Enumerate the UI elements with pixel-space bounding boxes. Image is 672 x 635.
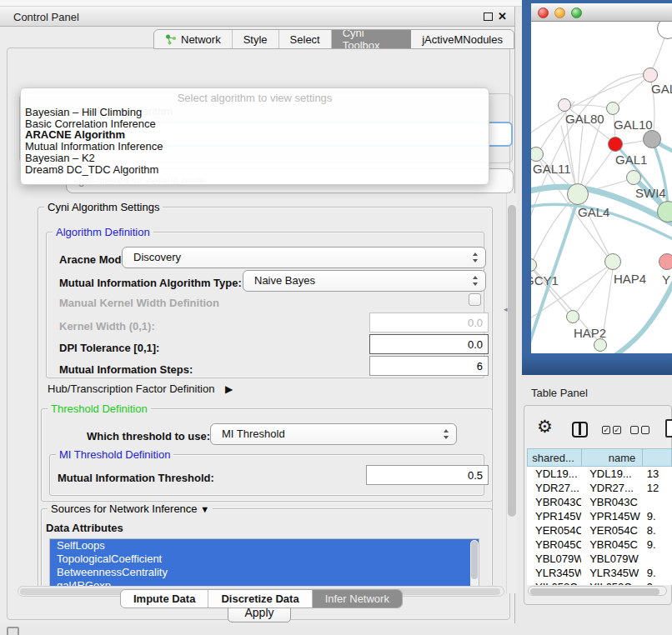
- table-column-header[interactable]: shared...: [527, 448, 581, 467]
- table-cell: YBL079W: [527, 552, 581, 566]
- network-node-label: GAL10: [614, 118, 653, 132]
- network-node[interactable]: [558, 98, 571, 112]
- mi-steps-label: Mutual Information Steps:: [59, 363, 193, 376]
- float-window-icon[interactable]: [484, 12, 493, 21]
- network-node[interactable]: [643, 68, 658, 82]
- network-node[interactable]: [594, 338, 607, 352]
- mi-threshold-group-title: MI Threshold Definition: [56, 448, 173, 461]
- algorithm-option[interactable]: Bayesian – Hill Climbing: [21, 107, 489, 118]
- bottom-tab-impute-data[interactable]: Impute Data: [121, 590, 208, 608]
- network-node-label: HAP2: [574, 326, 606, 340]
- algorithm-option[interactable]: ARACNE Algorithm: [21, 129, 489, 141]
- algorithm-option[interactable]: Basic Correlation Inference: [21, 118, 489, 130]
- table-row[interactable]: YPR145WYPR145W9.: [527, 509, 672, 523]
- columns-icon[interactable]: [572, 422, 588, 438]
- control-panel-tabstrip: NetworkStyleSelectCyni ToolboxjActiveMNo…: [153, 29, 514, 49]
- table-row[interactable]: YBR043CYBR043C: [527, 495, 672, 509]
- table-cell: YBR043C: [581, 495, 643, 509]
- mi-threshold-field[interactable]: 0.5: [366, 465, 489, 485]
- network-node[interactable]: [606, 102, 619, 115]
- algorithm-definition-title: Algorithm Definition: [53, 226, 153, 238]
- network-node[interactable]: [566, 310, 579, 323]
- page-icon[interactable]: [665, 419, 672, 438]
- aracne-mode-select[interactable]: Discovery: [122, 247, 486, 268]
- table-column-header[interactable]: [642, 448, 672, 467]
- table-cell: YBR045C: [527, 538, 581, 552]
- zoom-traffic-light-icon[interactable]: [571, 8, 582, 18]
- algorithm-option[interactable]: Dream8 DC_TDC Algorithm: [21, 164, 489, 176]
- table-row[interactable]: YBL079WYBL079W: [527, 552, 672, 566]
- close-icon[interactable]: ✕: [498, 10, 507, 22]
- minimized-panel-icon[interactable]: [7, 627, 19, 635]
- mi-type-select[interactable]: Naive Bayes: [243, 270, 486, 292]
- table-row[interactable]: YLR345WYLR345W9.: [527, 566, 672, 580]
- kernel-width-label: Kernel Width (0,1):: [59, 320, 155, 332]
- screenshot-root: Control Panel ✕ NetworkStyleSelectCyni T…: [0, 0, 672, 635]
- table-row[interactable]: YBR045CYBR045C9.: [527, 538, 672, 552]
- control-panel-titlebar[interactable]: Control Panel ✕: [0, 7, 514, 27]
- network-node-label: HAP4: [614, 272, 646, 286]
- attribute-item[interactable]: SelfLoops: [50, 539, 479, 552]
- tab-network[interactable]: Network: [154, 30, 233, 48]
- algorithm-option[interactable]: Bayesian – K2: [21, 152, 489, 164]
- attribute-item[interactable]: TopologicalCoefficient: [50, 552, 479, 566]
- table-cell: YBL079W: [581, 552, 643, 566]
- bottom-tab-infer-network[interactable]: Infer Network: [313, 590, 402, 608]
- attributes-scrollbar[interactable]: [470, 540, 479, 592]
- gear-icon[interactable]: ⚙: [537, 417, 553, 437]
- settings-vertical-scrollbar[interactable]: [506, 193, 517, 593]
- network-node-label: Y: [662, 272, 670, 287]
- cyni-algorithm-settings-title: Cyni Algorithm Settings: [44, 201, 163, 213]
- tab-cyni-toolbox[interactable]: Cyni Toolbox: [332, 30, 411, 48]
- bottom-tab-discretize-data[interactable]: Discretize Data: [208, 590, 312, 608]
- settings-scroll-area: Cyni Algorithm Settings Algorithm Defini…: [16, 190, 504, 593]
- sources-title[interactable]: Sources for Network Inference ▼: [48, 502, 213, 515]
- hub-definition-toggle[interactable]: Hub/Transcription Factor Definition ▶: [48, 382, 233, 395]
- attribute-item[interactable]: BetweennessCentrality: [50, 566, 479, 579]
- threshold-definition-title: Threshold Definition: [48, 402, 151, 415]
- network-node[interactable]: [643, 130, 661, 148]
- table-row[interactable]: YDL19...YDL19...13: [527, 467, 672, 481]
- tab-style[interactable]: Style: [233, 30, 279, 48]
- expand-arrow-icon: ▶: [225, 383, 233, 395]
- network-window-titlebar[interactable]: [531, 3, 672, 22]
- close-traffic-light-icon[interactable]: [538, 8, 549, 18]
- network-node[interactable]: [659, 253, 672, 270]
- which-threshold-select[interactable]: MI Threshold: [210, 423, 457, 445]
- algorithm-dropdown: Select algorithm to view settings Bayesi…: [20, 88, 489, 185]
- network-node[interactable]: [626, 170, 641, 185]
- table-cell: YIL052C: [581, 580, 643, 585]
- sources-title-text: Sources for Network Inference: [51, 502, 198, 515]
- table-cell: YDL19...: [581, 467, 643, 481]
- table-cell: YPR145W: [527, 509, 581, 523]
- panel-divider-collapse-icon[interactable]: ◂: [504, 305, 508, 313]
- table-row[interactable]: YDR27...YDR27...12: [527, 481, 672, 495]
- table-column-header[interactable]: name: [581, 448, 642, 467]
- manual-kernel-checkbox[interactable]: [469, 293, 481, 306]
- network-window-frame: [522, 355, 672, 375]
- tab-label: Network: [181, 33, 221, 46]
- dpi-tolerance-field[interactable]: 0.0: [369, 334, 489, 354]
- network-node[interactable]: [604, 253, 621, 270]
- network-node[interactable]: [608, 137, 623, 152]
- table-row[interactable]: YER054CYER054C8.: [527, 523, 672, 538]
- which-threshold-value: MI Threshold: [222, 428, 285, 440]
- algorithm-option[interactable]: Mutual Information Inference: [21, 141, 489, 152]
- network-canvas[interactable]: GALGAL80GAL10GAL1GAL11SWI4GAL4HAP4YGCY1H…: [531, 22, 672, 353]
- table-row[interactable]: YIL052CYIL052C9.: [527, 580, 672, 585]
- table-horizontal-scrollbar[interactable]: [528, 586, 667, 596]
- tab-select[interactable]: Select: [279, 30, 332, 48]
- tab-label: Cyni Toolbox: [343, 29, 399, 49]
- network-node[interactable]: [567, 183, 589, 205]
- which-threshold-label: Which threshold to use:: [87, 430, 210, 442]
- unchecked-pair-icon[interactable]: [630, 426, 649, 434]
- checked-pair-icon[interactable]: ✓✓: [602, 426, 621, 434]
- table-cell: YER054C: [581, 523, 643, 538]
- tab-jactivemnodules[interactable]: jActiveMNodules: [411, 30, 514, 48]
- network-node-label: SWI4: [635, 186, 666, 200]
- table-cell: YDR27...: [581, 481, 643, 495]
- mi-steps-field[interactable]: 6: [369, 356, 489, 376]
- algorithm-dropdown-list: Bayesian – Hill ClimbingBasic Correlatio…: [21, 107, 489, 175]
- tab-label: Select: [290, 33, 320, 46]
- minimize-traffic-light-icon[interactable]: [554, 8, 565, 18]
